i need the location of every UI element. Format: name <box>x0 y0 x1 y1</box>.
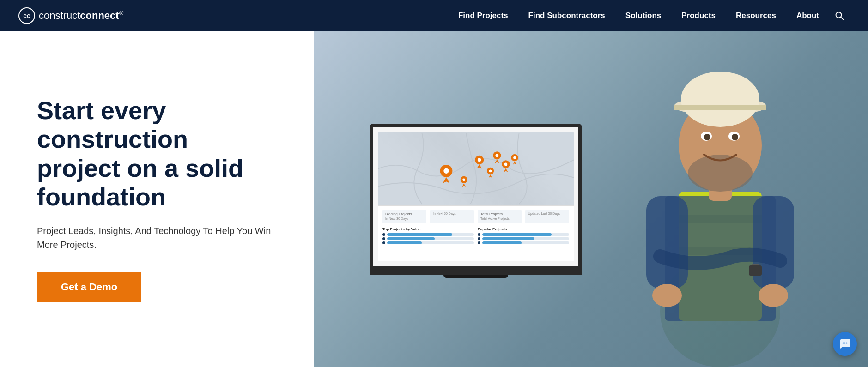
laptop-stat-bidding: Bidding Projects In Next 30 Days <box>382 210 426 223</box>
total-label: Total Projects <box>480 212 519 216</box>
svg-point-34 <box>513 156 516 159</box>
nav-resources[interactable]: Resources <box>726 0 786 31</box>
svg-point-11 <box>652 284 682 307</box>
chat-button[interactable] <box>833 332 857 356</box>
total-sublabel: Total Active Projects <box>480 217 519 220</box>
svg-point-21 <box>681 72 759 127</box>
svg-point-26 <box>443 168 449 173</box>
svg-line-3 <box>841 17 844 20</box>
laptop-stats-row: Bidding Projects In Next 30 Days In Next… <box>382 210 569 223</box>
nav-find-projects[interactable]: Find Projects <box>448 0 518 31</box>
svg-point-41 <box>846 343 848 344</box>
bar-track <box>482 233 569 236</box>
hero-headline: Start every construction project on a so… <box>37 96 277 211</box>
svg-point-36 <box>489 169 492 172</box>
laptop-map <box>378 132 574 206</box>
bar-track <box>482 237 569 240</box>
bar-row-3 <box>382 241 474 244</box>
svg-text:cc: cc <box>23 12 30 19</box>
popular-projects-col: Popular Projects <box>478 227 569 246</box>
laptop-stat-total: Total Projects Total Active Projects <box>478 210 522 223</box>
popular-projects-label: Popular Projects <box>478 227 569 231</box>
hero-content: Start every construction project on a so… <box>0 59 314 339</box>
laptop-base <box>370 270 582 275</box>
svg-point-12 <box>759 284 788 307</box>
bar-track <box>387 237 474 240</box>
logo-text: constructconnect® <box>39 10 123 22</box>
bar-dot <box>478 237 480 240</box>
svg-rect-22 <box>674 105 766 110</box>
bidding-sublabel: In Next 30 Days <box>385 217 424 220</box>
svg-point-40 <box>844 343 846 344</box>
top-projects-col: Top Projects by Value <box>382 227 474 246</box>
bar-row-5 <box>478 237 569 240</box>
laptop-stat-updated: Updated Last 30 Days <box>525 210 569 223</box>
nav-solutions[interactable]: Solutions <box>615 0 671 31</box>
bar-row-1 <box>382 233 474 236</box>
svg-point-18 <box>704 134 710 140</box>
navigation: cc constructconnect® Find Projects Find … <box>0 0 868 31</box>
nav-links: Find Projects Find Subcontractors Soluti… <box>448 0 850 31</box>
nav-about[interactable]: About <box>786 0 829 31</box>
next60-sublabel: In Next 60 Days <box>433 212 471 215</box>
bidding-label: Bidding Projects <box>385 212 424 216</box>
bar-dot <box>382 237 385 240</box>
bar-row-2 <box>382 237 474 240</box>
svg-point-39 <box>843 343 844 344</box>
laptop-screen: Bidding Projects In Next 30 Days In Next… <box>370 124 582 270</box>
laptop-data-section: Bidding Projects In Next 30 Days In Next… <box>378 206 574 249</box>
svg-point-30 <box>495 154 498 157</box>
hero-image-area: Bidding Projects In Next 30 Days In Next… <box>314 31 868 367</box>
bar-row-4 <box>478 233 569 236</box>
nav-products[interactable]: Products <box>671 0 726 31</box>
bar-dot <box>382 233 385 236</box>
top-projects-label: Top Projects by Value <box>382 227 474 231</box>
get-demo-button[interactable]: Get a Demo <box>37 272 141 302</box>
laptop-mockup: Bidding Projects In Next 30 Days In Next… <box>370 124 582 275</box>
updated-sublabel: Updated Last 30 Days <box>528 212 566 215</box>
map-background <box>378 132 574 205</box>
search-icon[interactable] <box>829 0 850 31</box>
hero-subtext: Project Leads, Insights, And Technology … <box>37 224 277 252</box>
bar-dot <box>382 241 385 244</box>
nav-find-subcontractors[interactable]: Find Subcontractors <box>518 0 615 31</box>
svg-point-19 <box>732 134 738 140</box>
logo[interactable]: cc constructconnect® <box>18 7 123 24</box>
laptop-bottom-row: Top Projects by Value <box>382 227 569 246</box>
bar-row-6 <box>478 241 569 244</box>
bar-track <box>482 241 569 244</box>
svg-rect-9 <box>646 196 688 289</box>
svg-point-28 <box>478 158 481 162</box>
svg-point-38 <box>462 178 465 181</box>
worker-illustration <box>619 44 822 367</box>
svg-rect-24 <box>752 264 759 265</box>
laptop-screen-inner: Bidding Projects In Next 30 Days In Next… <box>378 132 574 261</box>
hero-section: Start every construction project on a so… <box>0 31 868 367</box>
svg-rect-23 <box>749 265 762 276</box>
svg-point-32 <box>504 162 508 166</box>
worker-area: Bidding Projects In Next 30 Days In Next… <box>314 31 868 367</box>
bar-dot <box>478 233 480 236</box>
bar-dot <box>478 241 480 244</box>
bar-track <box>387 241 474 244</box>
laptop-stat-next60: In Next 60 Days <box>430 210 474 223</box>
bar-track <box>387 233 474 236</box>
